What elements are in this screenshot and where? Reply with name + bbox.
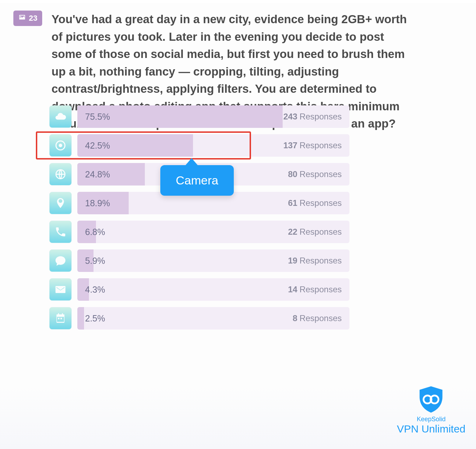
- responses-label: 80Responses: [288, 163, 342, 186]
- camera-icon: [49, 134, 72, 157]
- callout: Camera: [160, 165, 234, 196]
- bar-track: 5.9%19Responses: [77, 249, 349, 272]
- responses-count: 61: [288, 198, 297, 208]
- responses-count: 19: [288, 256, 297, 266]
- bar-fill: [77, 307, 84, 330]
- poll-row: 6.8%22Responses: [49, 221, 349, 243]
- responses-label: 243Responses: [283, 105, 342, 128]
- brand-line2: VPN Unlimited: [397, 423, 465, 435]
- poll-row: 4.3%14Responses: [49, 278, 349, 301]
- bar-track: 4.3%14Responses: [77, 278, 349, 301]
- page: { "badge": { "number": "23", "icon": "im…: [0, 0, 476, 449]
- cloud-icon: [49, 105, 72, 128]
- bar-percent: 42.5%: [85, 134, 110, 157]
- bar-percent: 6.8%: [85, 221, 105, 243]
- bar-percent: 24.8%: [85, 163, 110, 186]
- responses-count: 8: [293, 313, 297, 323]
- globe-icon: [49, 163, 72, 186]
- responses-word: Responses: [300, 227, 342, 237]
- image-icon: [18, 13, 26, 23]
- responses-word: Responses: [300, 112, 342, 122]
- responses-word: Responses: [300, 285, 342, 294]
- phone-icon: [49, 221, 72, 243]
- mail-icon: [49, 278, 72, 301]
- bar-percent: 2.5%: [85, 307, 105, 330]
- responses-word: Responses: [300, 313, 342, 323]
- responses-word: Responses: [300, 198, 342, 208]
- poll-row: 75.5%243Responses: [49, 105, 349, 128]
- responses-word: Responses: [300, 256, 342, 266]
- poll-row: 2.5%8Responses: [49, 307, 349, 330]
- bar-track: 75.5%243Responses: [77, 105, 349, 128]
- responses-label: 14Responses: [288, 278, 342, 301]
- bar-percent: 5.9%: [85, 249, 105, 272]
- responses-label: 61Responses: [288, 192, 342, 214]
- responses-count: 80: [288, 169, 297, 179]
- svg-point-1: [59, 144, 62, 147]
- responses-label: 19Responses: [288, 249, 342, 272]
- bar-track: 42.5%137Responses: [77, 134, 349, 157]
- question-number: 23: [29, 14, 37, 23]
- brand-line1: KeepSolid: [397, 416, 465, 423]
- calendar-icon: [49, 307, 72, 330]
- responses-label: 22Responses: [288, 221, 342, 243]
- top-strip: [0, 0, 476, 3]
- poll-row: 5.9%19Responses: [49, 249, 349, 272]
- question-badge: 23: [13, 11, 42, 26]
- responses-word: Responses: [300, 141, 342, 150]
- bar-percent: 4.3%: [85, 278, 105, 301]
- bar-percent: 75.5%: [85, 105, 110, 128]
- bar-percent: 18.9%: [85, 192, 110, 214]
- callout-text: Camera: [176, 174, 218, 187]
- brand-block: KeepSolid VPN Unlimited: [397, 385, 465, 435]
- responses-word: Responses: [300, 169, 342, 179]
- responses-count: 22: [288, 227, 297, 237]
- responses-count: 14: [288, 285, 297, 294]
- poll-chart: 75.5%243Responses42.5%137Responses24.8%8…: [49, 105, 349, 336]
- bar-track: 2.5%8Responses: [77, 307, 349, 330]
- bar-track: 6.8%22Responses: [77, 221, 349, 243]
- poll-row: 42.5%137Responses: [49, 134, 349, 157]
- responses-count: 243: [283, 112, 297, 122]
- responses-label: 137Responses: [283, 134, 342, 157]
- chat-icon: [49, 249, 72, 272]
- location-icon: [49, 192, 72, 214]
- shield-icon: [397, 385, 465, 414]
- responses-count: 137: [283, 141, 297, 150]
- responses-label: 8Responses: [293, 307, 342, 330]
